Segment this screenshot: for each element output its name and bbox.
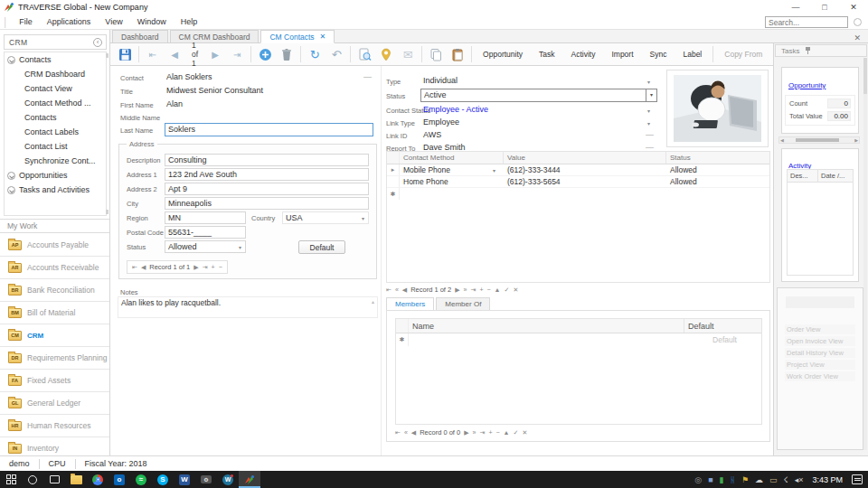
nav-first-icon[interactable]: ⇤: [395, 429, 401, 436]
contact-status-value[interactable]: Employee - Active: [423, 105, 488, 114]
address-status-dropdown[interactable]: Allowed: [165, 240, 246, 253]
tab-members[interactable]: Members: [386, 297, 434, 311]
nav-first-icon[interactable]: ⇤: [386, 286, 392, 294]
tree-item-contact-view[interactable]: Contact View: [5, 81, 106, 96]
nav-commit-icon[interactable]: ✓: [505, 286, 510, 294]
action-center-icon[interactable]: [852, 474, 863, 484]
nav-remove-icon[interactable]: −: [495, 429, 499, 436]
first-name-value[interactable]: Alan: [166, 99, 183, 108]
nav-remove-icon[interactable]: −: [219, 264, 222, 270]
new-row[interactable]: ✱ Default: [396, 333, 761, 346]
tray-security-warning-icon[interactable]: ⚑: [741, 475, 749, 484]
link-id-value[interactable]: AWS: [423, 130, 441, 139]
search-options-icon[interactable]: [854, 18, 862, 26]
tree-group-opportunities[interactable]: Opportunities: [5, 168, 106, 183]
my-work-header[interactable]: My Work: [0, 219, 109, 233]
nav-cancel-icon[interactable]: ✕: [522, 429, 527, 436]
nav-prev-page-icon[interactable]: «: [404, 429, 408, 436]
close-document-icon[interactable]: ✕: [854, 33, 861, 42]
tree-group-contacts[interactable]: Contacts: [5, 52, 106, 67]
last-name-input[interactable]: Soklers: [165, 123, 373, 136]
module-accounts-receivable[interactable]: ARAccounts Receivable: [0, 257, 109, 279]
nav-cancel-icon[interactable]: ✕: [513, 286, 518, 294]
nav-add-icon[interactable]: +: [212, 264, 215, 270]
tree-item-synchronize-contacts[interactable]: Synchronize Cont...: [5, 154, 106, 168]
address-record-navigator[interactable]: ⇤ ◀ Record 1 of 1 ▶ ⇥ + −: [127, 260, 228, 274]
contact-ellipsis-button[interactable]: —: [363, 72, 372, 81]
nav-edit-icon[interactable]: ▲: [495, 286, 501, 293]
column-value[interactable]: Value: [504, 152, 666, 164]
nav-first-icon[interactable]: ⇤: [145, 46, 161, 62]
map-icon[interactable]: [378, 46, 394, 62]
scroll-right-icon[interactable]: ▶: [854, 137, 858, 143]
nav-prev-icon[interactable]: ◀: [411, 429, 416, 436]
module-general-ledger[interactable]: GLGeneral Ledger: [0, 392, 109, 415]
link-type-value[interactable]: Employee: [423, 117, 459, 127]
contact-photo-frame[interactable]: [666, 70, 769, 147]
method-dropdown-icon[interactable]: ▾: [493, 167, 504, 174]
tab-dashboard[interactable]: Dashboard: [112, 30, 168, 42]
address2-input[interactable]: Apt 9: [165, 183, 369, 195]
status-combobox[interactable]: Active ▾: [420, 89, 657, 102]
start-button-icon[interactable]: [0, 471, 22, 488]
task-button[interactable]: Task: [533, 50, 560, 59]
scrollbar-thumb[interactable]: [863, 58, 867, 94]
clock[interactable]: 3:43 PM: [809, 475, 845, 484]
opportunity-link[interactable]: Opportunity: [788, 81, 826, 89]
address-status-dropdown-icon[interactable]: ▾: [239, 244, 241, 250]
tree-item-contacts[interactable]: Contacts: [5, 110, 106, 125]
module-accounts-payable[interactable]: APAccounts Payable: [0, 234, 109, 257]
nav-remove-icon[interactable]: −: [486, 286, 490, 293]
nav-prev-icon[interactable]: ◀: [402, 286, 407, 294]
column-contact-method[interactable]: Contact Method: [400, 152, 504, 164]
menu-help[interactable]: Help: [174, 14, 205, 30]
close-tab-icon[interactable]: ✕: [320, 33, 326, 41]
tray-graphics-icon[interactable]: ▮: [720, 475, 724, 484]
scrollbar-thumb[interactable]: [796, 138, 839, 142]
nav-next-icon[interactable]: ▶: [193, 264, 198, 271]
expand-icon[interactable]: [7, 56, 15, 64]
file-explorer-icon[interactable]: [65, 471, 87, 488]
close-button[interactable]: ✕: [839, 0, 868, 14]
label-button[interactable]: Label: [677, 50, 707, 59]
activity-column-date[interactable]: Date /...: [818, 170, 853, 182]
link-type-dropdown-icon[interactable]: ▾: [647, 120, 650, 127]
sync-button[interactable]: Sync: [645, 50, 673, 59]
new-row[interactable]: ✱: [387, 188, 769, 200]
contact-status-dropdown-icon[interactable]: ▾: [647, 108, 650, 114]
tree-group-tasks-activities[interactable]: Tasks and Activities: [5, 183, 106, 197]
country-dropdown-icon[interactable]: ▾: [362, 215, 364, 221]
module-fixed-assets[interactable]: FAFixed Assets: [0, 370, 109, 392]
column-status[interactable]: Status: [666, 152, 769, 164]
contact-methods-record-navigator[interactable]: ⇤ « ◀ Record 1 of 2 ▶ » ⇥ + − ▲ ✓ ✕: [386, 286, 518, 294]
city-input[interactable]: Minneapolis: [165, 197, 369, 210]
tree-item-crm-dashboard[interactable]: CRM Dashboard: [5, 67, 106, 81]
module-bank-reconciliation[interactable]: BRBank Reconciliation: [0, 279, 109, 302]
tab-cm-crm-dashboard[interactable]: CM CRM Dashboard: [170, 30, 259, 42]
contact-method-row[interactable]: ▸ Mobile Phone ▾ (612)-333-3444 Allowed: [387, 164, 769, 176]
menu-view[interactable]: View: [98, 14, 129, 30]
status-dropdown-icon[interactable]: ▾: [646, 89, 656, 101]
tray-display-icon[interactable]: ■: [708, 475, 712, 484]
spotify-icon[interactable]: ≈: [130, 471, 152, 488]
nav-next-page-icon[interactable]: »: [464, 286, 467, 293]
task-view-icon[interactable]: [43, 471, 65, 488]
region-input[interactable]: MN: [165, 211, 246, 224]
refresh-icon[interactable]: ↻: [307, 46, 323, 62]
paste-icon[interactable]: [449, 46, 466, 62]
collapse-panel-icon[interactable]: ‹: [93, 38, 102, 47]
nav-next-icon[interactable]: ▶: [455, 286, 459, 294]
description-input[interactable]: Consulting: [165, 154, 369, 166]
wordpress-icon[interactable]: W: [217, 471, 239, 488]
nav-prev-icon[interactable]: ◀: [166, 46, 183, 62]
tree-item-contact-labels[interactable]: Contact Labels: [5, 125, 106, 139]
country-dropdown[interactable]: USA: [282, 211, 369, 224]
copy-icon[interactable]: [428, 46, 444, 62]
contact-value[interactable]: Alan Soklers: [166, 72, 212, 81]
module-bill-of-material[interactable]: BMBill of Material: [0, 302, 109, 324]
tray-camera-icon[interactable]: ◎: [694, 475, 702, 484]
preview-icon[interactable]: [356, 46, 373, 62]
minimize-button[interactable]: —: [781, 0, 810, 14]
nav-first-icon[interactable]: ⇤: [132, 264, 137, 271]
expand-icon[interactable]: [7, 186, 15, 194]
